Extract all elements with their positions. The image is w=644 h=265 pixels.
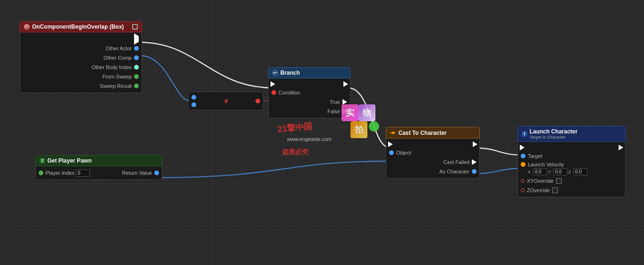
- node-icon-branch: ↩: [272, 70, 278, 76]
- launch-title-block: Launch Character Target is Character: [530, 128, 578, 140]
- exec-out-pin-overlap[interactable]: [134, 33, 139, 45]
- row-from-sweep: From Sweep: [20, 72, 142, 81]
- row-condition: Condition: [269, 88, 350, 97]
- exec-out-pin-cast[interactable]: [473, 141, 477, 147]
- velocity-x-input[interactable]: [533, 168, 547, 175]
- pin-sweep-result[interactable]: [134, 84, 139, 88]
- row-false: False: [269, 107, 350, 116]
- node-header-getplayerpawn: f Get Player Pawn: [35, 155, 162, 166]
- node-subtitle-launch: Target is Character: [530, 135, 578, 140]
- node-title-branch: Branch: [280, 70, 300, 76]
- pin-z-override-in[interactable]: [521, 188, 525, 192]
- exec-in-pin-launch[interactable]: [520, 145, 525, 150]
- row-other-body-index: Other Body Index: [20, 62, 142, 72]
- y-label: Y: [548, 170, 551, 174]
- exec-row-branch: [269, 80, 350, 88]
- pin-xy-override-in[interactable]: [521, 179, 525, 183]
- pin-from-sweep[interactable]: [134, 74, 139, 79]
- row-player-index: Player Index Return Value: [36, 168, 162, 178]
- watermark-text2: 盗图必究: [282, 148, 309, 156]
- pin-target-in[interactable]: [521, 154, 525, 158]
- row-launch-velocity: Launch Velocity X Y Z: [518, 161, 625, 176]
- func-icon: f: [40, 158, 45, 164]
- z-override-checkbox[interactable]: [552, 187, 558, 193]
- node-resize-handle[interactable]: [132, 24, 138, 30]
- row-xy-override: XYOverride: [518, 176, 625, 186]
- exec-row-overlap: [20, 34, 142, 44]
- pin-eq-out[interactable]: [255, 99, 260, 103]
- node-get-player-pawn: f Get Player Pawn Player Index Return Va…: [35, 155, 162, 180]
- watermark-url: www.enginedx.com: [287, 136, 332, 142]
- pin-other-comp[interactable]: [134, 55, 139, 60]
- row-other-comp: Other Comp: [20, 53, 142, 62]
- pin-condition-in[interactable]: [271, 90, 276, 95]
- exec-out-pin-launch[interactable]: [619, 145, 623, 150]
- node-branch: ↩ Branch Condition True False: [268, 67, 350, 118]
- pin-return-value-out[interactable]: [154, 171, 159, 175]
- pin-other-actor[interactable]: [134, 46, 139, 51]
- pin-eq-in2[interactable]: [191, 102, 196, 107]
- sticker-dot: [369, 121, 379, 132]
- exec-in-pin-cast[interactable]: [388, 141, 393, 147]
- node-body-launch: Target Launch Velocity X Y Z XYOverride: [517, 142, 626, 197]
- velocity-inputs: X Y Z: [528, 168, 622, 175]
- node-title-getplayerpawn: Get Player Pawn: [48, 157, 92, 164]
- eq-pins-left: [191, 95, 196, 107]
- node-title-launch: Launch Character: [530, 128, 578, 135]
- node-header-launch: f Launch Character Target is Character: [517, 126, 626, 142]
- eq-symbol: ≠: [200, 97, 253, 105]
- node-body-getplayerpawn: Player Index Return Value: [35, 166, 162, 180]
- watermark-text1: 21撃中国: [277, 121, 313, 135]
- exec-out-pin-branch[interactable]: [343, 81, 348, 87]
- xy-override-checkbox[interactable]: [556, 178, 562, 184]
- node-on-component-begin-overlap: ⟳ OnComponentBeginOverlap (Box) Other Ac…: [20, 21, 142, 93]
- node-header-branch: ↩ Branch: [268, 67, 350, 78]
- launch-func-icon: f: [522, 131, 527, 137]
- row-true: True: [269, 97, 350, 107]
- row-z-override: ZOverride: [518, 186, 625, 195]
- node-icon-overlap: ⟳: [24, 24, 30, 30]
- exec-out-false[interactable]: [342, 109, 347, 114]
- sticker-pa: 拍: [350, 121, 367, 138]
- node-body-branch: Condition True False: [268, 78, 350, 118]
- pin-player-index-in[interactable]: [39, 171, 43, 175]
- velocity-y-input[interactable]: [553, 168, 567, 175]
- row-cast-failed: Cast Failed: [386, 157, 479, 167]
- row-target: Target: [518, 151, 625, 161]
- player-index-input[interactable]: [76, 170, 90, 177]
- exec-in-pin-branch[interactable]: [270, 81, 275, 87]
- exec-row-launch: [518, 144, 625, 151]
- z-label: Z: [568, 170, 571, 174]
- node-launch-character: f Launch Character Target is Character T…: [517, 126, 626, 197]
- node-body-eq: ≠: [188, 92, 263, 110]
- node-body-cast: Object Cast Failed As Character: [386, 139, 480, 179]
- cast-arrow-icon: ↠: [390, 129, 395, 136]
- node-header-cast: ↠ Cast To Character: [386, 127, 480, 139]
- node-cast-to-character: ↠ Cast To Character Object Cast Failed A…: [386, 127, 480, 179]
- sticker-wu: 物: [358, 104, 375, 121]
- eq-row: ≠: [191, 95, 260, 107]
- node-equal-equal: ≠: [188, 92, 263, 110]
- exec-out-true[interactable]: [342, 99, 347, 105]
- pin-launch-velocity-in[interactable]: [521, 162, 525, 167]
- node-title-cast: Cast To Character: [398, 130, 446, 136]
- row-sweep-result: Sweep Result: [20, 81, 142, 91]
- node-body-overlap: Other Actor Other Comp Other Body Index …: [20, 32, 142, 93]
- x-label: X: [528, 170, 531, 174]
- row-as-character: As Character: [386, 167, 479, 176]
- row-other-actor: Other Actor: [20, 44, 142, 53]
- pin-eq-in1[interactable]: [191, 95, 196, 100]
- exec-out-cast-failed[interactable]: [472, 159, 477, 165]
- pin-object-in[interactable]: [389, 150, 394, 155]
- exec-row-cast: [386, 140, 479, 148]
- row-object: Object: [386, 148, 479, 157]
- pin-other-body-index[interactable]: [134, 65, 139, 70]
- node-header-overlap: ⟳ OnComponentBeginOverlap (Box): [20, 21, 142, 32]
- pin-as-character-out[interactable]: [472, 169, 477, 174]
- node-title-overlap: OnComponentBeginOverlap (Box): [32, 23, 124, 30]
- velocity-z-input[interactable]: [573, 168, 588, 175]
